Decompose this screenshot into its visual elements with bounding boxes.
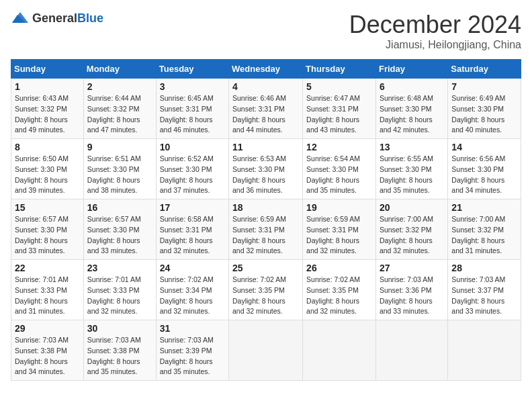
calendar-cell: 6Sunrise: 6:48 AMSunset: 3:30 PMDaylight… <box>375 79 447 139</box>
calendar-cell: 25Sunrise: 7:02 AMSunset: 3:35 PMDayligh… <box>229 260 303 320</box>
calendar-week-row: 1Sunrise: 6:43 AMSunset: 3:32 PMDaylight… <box>11 79 521 139</box>
calendar-cell: 19Sunrise: 6:59 AMSunset: 3:31 PMDayligh… <box>303 199 376 260</box>
calendar-cell: 16Sunrise: 6:57 AMSunset: 3:30 PMDayligh… <box>83 199 156 260</box>
day-info: Sunrise: 6:46 AMSunset: 3:31 PMDaylight:… <box>232 93 299 136</box>
calendar-cell: 17Sunrise: 6:58 AMSunset: 3:31 PMDayligh… <box>156 199 228 260</box>
day-info: Sunrise: 7:03 AMSunset: 3:37 PMDaylight:… <box>451 275 517 317</box>
calendar-cell: 15Sunrise: 6:57 AMSunset: 3:30 PMDayligh… <box>11 199 84 260</box>
calendar-day-header: Wednesday <box>229 60 303 79</box>
calendar-cell: 3Sunrise: 6:45 AMSunset: 3:31 PMDaylight… <box>156 79 228 139</box>
calendar-cell: 30Sunrise: 7:03 AMSunset: 3:38 PMDayligh… <box>83 320 156 381</box>
location: Jiamusi, Heilongjiang, China <box>349 39 521 51</box>
day-number: 2 <box>87 81 152 92</box>
calendar-cell: 23Sunrise: 7:01 AMSunset: 3:33 PMDayligh… <box>83 260 156 320</box>
calendar-cell: 12Sunrise: 6:54 AMSunset: 3:30 PMDayligh… <box>303 139 376 199</box>
day-number: 28 <box>451 263 517 273</box>
day-number: 13 <box>380 142 444 152</box>
calendar-cell <box>448 320 521 381</box>
calendar-cell: 13Sunrise: 6:55 AMSunset: 3:30 PMDayligh… <box>375 139 447 199</box>
day-number: 17 <box>160 202 225 213</box>
day-number: 10 <box>160 142 225 152</box>
day-number: 23 <box>87 263 152 273</box>
day-info: Sunrise: 6:53 AMSunset: 3:30 PMDaylight:… <box>232 154 299 196</box>
calendar-header-row: SundayMondayTuesdayWednesdayThursdayFrid… <box>11 60 521 79</box>
logo-blue: Blue <box>77 11 103 25</box>
day-number: 15 <box>15 202 80 213</box>
calendar-table: SundayMondayTuesdayWednesdayThursdayFrid… <box>11 59 521 381</box>
day-info: Sunrise: 7:03 AMSunset: 3:39 PMDaylight:… <box>160 335 225 377</box>
day-info: Sunrise: 6:44 AMSunset: 3:32 PMDaylight:… <box>87 93 152 136</box>
day-info: Sunrise: 6:55 AMSunset: 3:30 PMDaylight:… <box>380 154 444 196</box>
day-info: Sunrise: 7:00 AMSunset: 3:32 PMDaylight:… <box>380 214 444 257</box>
day-info: Sunrise: 7:02 AMSunset: 3:35 PMDaylight:… <box>306 275 372 317</box>
calendar-cell: 29Sunrise: 7:03 AMSunset: 3:38 PMDayligh… <box>11 320 84 381</box>
day-number: 29 <box>15 323 80 334</box>
day-info: Sunrise: 6:56 AMSunset: 3:30 PMDaylight:… <box>451 154 517 196</box>
logo: GeneralBlue <box>11 11 103 26</box>
day-info: Sunrise: 7:01 AMSunset: 3:33 PMDaylight:… <box>15 275 80 317</box>
logo-general: General <box>32 11 77 25</box>
calendar-cell: 26Sunrise: 7:02 AMSunset: 3:35 PMDayligh… <box>303 260 376 320</box>
calendar-day-header: Tuesday <box>156 60 228 79</box>
calendar-cell: 4Sunrise: 6:46 AMSunset: 3:31 PMDaylight… <box>229 79 303 139</box>
calendar-cell: 24Sunrise: 7:02 AMSunset: 3:34 PMDayligh… <box>156 260 228 320</box>
calendar-day-header: Friday <box>375 60 447 79</box>
calendar-cell <box>375 320 447 381</box>
day-number: 8 <box>15 142 80 152</box>
day-number: 30 <box>87 323 152 334</box>
calendar-cell: 31Sunrise: 7:03 AMSunset: 3:39 PMDayligh… <box>156 320 228 381</box>
day-info: Sunrise: 6:54 AMSunset: 3:30 PMDaylight:… <box>306 154 372 196</box>
calendar-cell <box>303 320 376 381</box>
day-number: 24 <box>160 263 225 273</box>
calendar-cell <box>229 320 303 381</box>
calendar-cell: 14Sunrise: 6:56 AMSunset: 3:30 PMDayligh… <box>448 139 521 199</box>
day-number: 16 <box>87 202 152 213</box>
calendar-day-header: Saturday <box>448 60 521 79</box>
day-number: 9 <box>87 142 152 152</box>
calendar-day-header: Thursday <box>303 60 376 79</box>
day-info: Sunrise: 6:43 AMSunset: 3:32 PMDaylight:… <box>15 93 80 136</box>
calendar-cell: 27Sunrise: 7:03 AMSunset: 3:36 PMDayligh… <box>375 260 447 320</box>
day-info: Sunrise: 6:51 AMSunset: 3:30 PMDaylight:… <box>87 154 152 196</box>
day-info: Sunrise: 6:59 AMSunset: 3:31 PMDaylight:… <box>306 214 372 257</box>
calendar-cell: 22Sunrise: 7:01 AMSunset: 3:33 PMDayligh… <box>11 260 84 320</box>
day-info: Sunrise: 6:49 AMSunset: 3:30 PMDaylight:… <box>451 93 517 136</box>
day-number: 22 <box>15 263 80 273</box>
day-info: Sunrise: 6:52 AMSunset: 3:30 PMDaylight:… <box>160 154 225 196</box>
day-number: 5 <box>306 81 372 92</box>
day-info: Sunrise: 7:02 AMSunset: 3:35 PMDaylight:… <box>232 275 299 317</box>
day-info: Sunrise: 6:57 AMSunset: 3:30 PMDaylight:… <box>15 214 80 257</box>
day-number: 21 <box>451 202 517 213</box>
day-info: Sunrise: 7:00 AMSunset: 3:32 PMDaylight:… <box>451 214 517 257</box>
calendar-cell: 1Sunrise: 6:43 AMSunset: 3:32 PMDaylight… <box>11 79 84 139</box>
calendar-cell: 2Sunrise: 6:44 AMSunset: 3:32 PMDaylight… <box>83 79 156 139</box>
calendar-week-row: 8Sunrise: 6:50 AMSunset: 3:30 PMDaylight… <box>11 139 521 199</box>
calendar-cell: 28Sunrise: 7:03 AMSunset: 3:37 PMDayligh… <box>448 260 521 320</box>
title-block: December 2024 Jiamusi, Heilongjiang, Chi… <box>349 11 521 51</box>
day-number: 4 <box>232 81 299 92</box>
day-number: 1 <box>15 81 80 92</box>
logo-icon <box>11 11 30 26</box>
day-info: Sunrise: 7:03 AMSunset: 3:36 PMDaylight:… <box>380 275 444 317</box>
day-info: Sunrise: 6:59 AMSunset: 3:31 PMDaylight:… <box>232 214 299 257</box>
day-number: 3 <box>160 81 225 92</box>
calendar-week-row: 22Sunrise: 7:01 AMSunset: 3:33 PMDayligh… <box>11 260 521 320</box>
day-number: 20 <box>380 202 444 213</box>
day-number: 19 <box>306 202 372 213</box>
day-number: 25 <box>232 263 299 273</box>
calendar-cell: 18Sunrise: 6:59 AMSunset: 3:31 PMDayligh… <box>229 199 303 260</box>
day-info: Sunrise: 6:48 AMSunset: 3:30 PMDaylight:… <box>380 93 444 136</box>
day-number: 31 <box>160 323 225 334</box>
calendar-week-row: 15Sunrise: 6:57 AMSunset: 3:30 PMDayligh… <box>11 199 521 260</box>
page-header: GeneralBlue December 2024 Jiamusi, Heilo… <box>11 11 521 51</box>
day-info: Sunrise: 6:47 AMSunset: 3:31 PMDaylight:… <box>306 93 372 136</box>
day-info: Sunrise: 6:45 AMSunset: 3:31 PMDaylight:… <box>160 93 225 136</box>
day-info: Sunrise: 6:50 AMSunset: 3:30 PMDaylight:… <box>15 154 80 196</box>
calendar-day-header: Monday <box>83 60 156 79</box>
day-number: 6 <box>380 81 444 92</box>
day-number: 14 <box>451 142 517 152</box>
day-number: 11 <box>232 142 299 152</box>
calendar-cell: 5Sunrise: 6:47 AMSunset: 3:31 PMDaylight… <box>303 79 376 139</box>
day-number: 27 <box>380 263 444 273</box>
calendar-day-header: Sunday <box>11 60 84 79</box>
